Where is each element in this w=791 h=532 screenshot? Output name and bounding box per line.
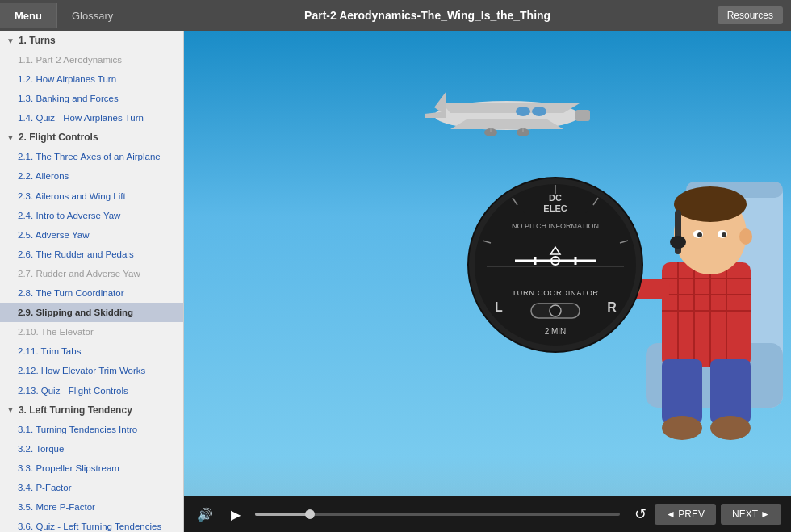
svg-text:ELEC: ELEC (543, 203, 567, 213)
bottom-controls: 🔊 ▶ ↺ ◄ PREV NEXT ► (184, 496, 791, 532)
svg-rect-37 (710, 359, 751, 424)
menu-item-2-10[interactable]: 2.10. The Elevator (0, 322, 183, 341)
content-area: DC ELEC NO PITCH INFORMATION (184, 31, 791, 532)
turn-coordinator-instrument: DC ELEC NO PITCH INFORMATION (467, 176, 644, 354)
svg-text:R: R (607, 300, 617, 314)
menu-item-2-3[interactable]: 2.3. Ailerons and Wing Lift (0, 186, 183, 206)
menu-item-2-13[interactable]: 2.13. Quiz - Flight Controls (0, 381, 183, 400)
svg-point-38 (662, 416, 702, 440)
svg-point-6 (532, 107, 546, 116)
replay-button[interactable]: ↺ (634, 505, 647, 523)
menu-item-3-2[interactable]: 3.2. Torque (0, 439, 183, 459)
arrow-icon-3: ▼ (6, 405, 15, 414)
svg-point-30 (722, 232, 726, 237)
menu-item-1-1[interactable]: 1.1. Part-2 Aerodynamics (0, 50, 183, 69)
resources-button[interactable]: Resources (718, 6, 783, 24)
svg-text:2 MIN: 2 MIN (545, 327, 567, 336)
svg-point-26 (670, 236, 686, 249)
arrow-icon-2: ▼ (6, 133, 15, 142)
menu-item-1-2[interactable]: 1.2. How Airplanes Turn (0, 69, 183, 89)
progress-bar[interactable] (255, 513, 620, 516)
page-title: Part-2 Aerodynamics-The_Wing_Is_the_Thin… (128, 9, 726, 22)
menu-item-2-12[interactable]: 2.12. How Elevator Trim Works (0, 361, 183, 380)
svg-point-24 (674, 186, 747, 222)
ground-gradient (184, 456, 791, 496)
sidebar: ▼ 1. Turns 1.1. Part-2 Aerodynamics 1.2.… (0, 31, 184, 532)
next-button[interactable]: NEXT ► (721, 504, 781, 525)
video-area: DC ELEC NO PITCH INFORMATION (184, 31, 791, 496)
svg-text:TURN COORDINATOR: TURN COORDINATOR (512, 288, 598, 297)
menu-item-2-5[interactable]: 2.5. Adverse Yaw (0, 225, 183, 245)
svg-text:DC: DC (549, 193, 562, 203)
menu-item-2-1[interactable]: 2.1. The Three Axes of an Airplane (0, 147, 183, 166)
menu-item-2-9[interactable]: 2.9. Slipping and Skidding (0, 303, 183, 322)
svg-point-56 (550, 305, 561, 316)
svg-point-39 (710, 416, 751, 440)
progress-fill (255, 513, 310, 516)
prev-button[interactable]: ◄ PREV (655, 504, 716, 525)
arrow-icon: ▼ (6, 36, 15, 45)
section-flight-label: 2. Flight Controls (19, 132, 98, 143)
menu-tab[interactable]: Menu (0, 3, 57, 28)
menu-item-3-1[interactable]: 3.1. Turning Tendencies Intro (0, 420, 183, 439)
svg-marker-1 (442, 103, 580, 113)
section-turns-label: 1. Turns (19, 35, 56, 46)
svg-rect-36 (662, 359, 702, 424)
section-turns-header[interactable]: ▼ 1. Turns (0, 31, 183, 50)
volume-button[interactable]: 🔊 (194, 503, 216, 526)
svg-point-7 (516, 107, 530, 116)
glossary-tab[interactable]: Glossary (57, 3, 128, 28)
menu-item-3-5[interactable]: 3.5. More P-Factor (0, 497, 183, 517)
section-left-turning: ▼ 3. Left Turning Tendency 3.1. Turning … (0, 400, 183, 532)
menu-item-1-4[interactable]: 1.4. Quiz - How Airplanes Turn (0, 108, 183, 128)
svg-marker-4 (425, 111, 446, 118)
menu-item-2-11[interactable]: 2.11. Trim Tabs (0, 341, 183, 361)
section-flight-header[interactable]: ▼ 2. Flight Controls (0, 128, 183, 147)
progress-thumb (305, 509, 315, 519)
menu-item-1-3[interactable]: 1.3. Banking and Forces (0, 89, 183, 108)
section-left-turning-header[interactable]: ▼ 3. Left Turning Tendency (0, 400, 183, 420)
svg-text:L: L (495, 300, 503, 314)
section-left-turning-label: 3. Left Turning Tendency (19, 404, 132, 416)
scene-container: DC ELEC NO PITCH INFORMATION (184, 31, 791, 496)
section-turns: ▼ 1. Turns 1.1. Part-2 Aerodynamics 1.2.… (0, 31, 183, 128)
svg-point-29 (697, 232, 702, 237)
menu-item-2-7[interactable]: 2.7. Rudder and Adverse Yaw (0, 264, 183, 283)
menu-item-2-4[interactable]: 2.4. Intro to Adverse Yaw (0, 206, 183, 225)
nav-buttons: ◄ PREV NEXT ► (655, 504, 781, 525)
menu-item-2-2[interactable]: 2.2. Ailerons (0, 166, 183, 186)
menu-item-2-6[interactable]: 2.6. The Rudder and Pedals (0, 245, 183, 264)
menu-item-3-4[interactable]: 3.4. P-Factor (0, 478, 183, 497)
play-button[interactable]: ▶ (224, 503, 247, 526)
menu-item-2-8[interactable]: 2.8. The Turn Coordinator (0, 283, 183, 303)
menu-item-3-3[interactable]: 3.3. Propeller Slipstream (0, 459, 183, 478)
svg-text:NO PITCH INFORMATION: NO PITCH INFORMATION (512, 222, 599, 230)
menu-item-3-6[interactable]: 3.6. Quiz - Left Turning Tendencies (0, 517, 183, 532)
section-flight-controls: ▼ 2. Flight Controls 2.1. The Three Axes… (0, 128, 183, 400)
svg-point-31 (739, 228, 752, 245)
